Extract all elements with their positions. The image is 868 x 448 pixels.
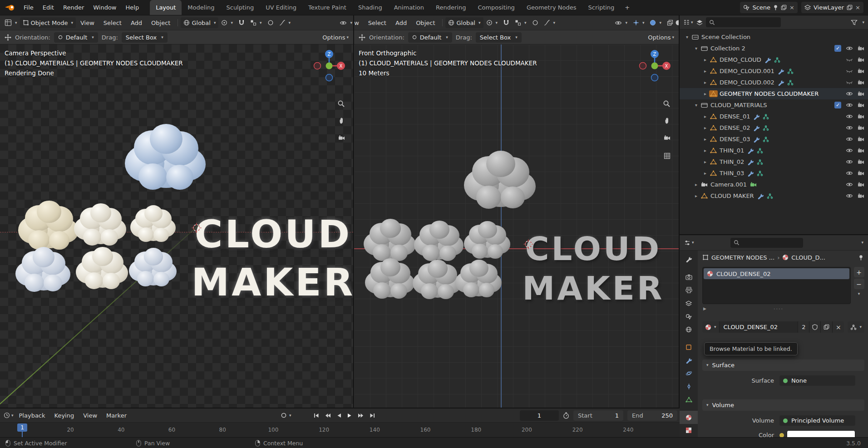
play-button[interactable]: [346, 412, 353, 419]
expand-icon[interactable]: ▸: [701, 80, 709, 85]
outliner-row[interactable]: ▸THIN_01: [680, 145, 868, 156]
camera-restrict-icon[interactable]: [858, 91, 864, 96]
play-reverse-button[interactable]: [335, 412, 343, 419]
camera-restrict-icon[interactable]: [858, 103, 864, 108]
tab-object-data[interactable]: [680, 393, 698, 406]
pin-icon[interactable]: [773, 5, 778, 10]
volume-panel-header[interactable]: ▾Volume: [702, 399, 864, 411]
surface-panel-header[interactable]: ▾Surface: [702, 359, 864, 371]
copy-icon[interactable]: [781, 5, 787, 10]
workspace-tab-compositing[interactable]: Compositing: [472, 0, 521, 15]
orientation-dropdown[interactable]: Default▾: [54, 32, 98, 43]
zoom-icon[interactable]: [337, 100, 345, 108]
pivot-point-dropdown[interactable]: ▾: [483, 17, 501, 28]
viewport-canvas-left[interactable]: CLOUD MAKER Camera Perspective (1) CLOUD…: [0, 44, 353, 408]
cloud-object[interactable]: [81, 252, 124, 286]
outliner-row[interactable]: ▾Scene Collection: [680, 31, 868, 43]
camera-restrict-icon[interactable]: [858, 114, 864, 119]
auto-keying-button[interactable]: [281, 412, 287, 418]
snap-settings-dropdown[interactable]: ▾: [247, 17, 265, 28]
remove-slot-button[interactable]: −: [854, 279, 864, 289]
collapse-icon[interactable]: ▾: [692, 103, 700, 108]
jump-to-end-button[interactable]: [368, 412, 376, 419]
copy-icon[interactable]: [847, 5, 853, 10]
camera-view-icon[interactable]: [338, 135, 345, 140]
eye-icon[interactable]: [846, 46, 853, 51]
surface-dropdown[interactable]: None: [779, 375, 855, 386]
resize-grip[interactable]: ····: [774, 306, 784, 312]
tab-tool[interactable]: [680, 253, 698, 266]
camera-restrict-icon[interactable]: [858, 69, 864, 74]
cloud-object[interactable]: [132, 132, 200, 185]
snap-toggle[interactable]: [236, 17, 247, 28]
expand-icon[interactable]: ▸: [701, 171, 709, 176]
proportional-falloff-dropdown[interactable]: ▾: [541, 17, 558, 28]
expand-icon[interactable]: ▸: [692, 182, 700, 187]
menu-add[interactable]: Add: [126, 15, 147, 30]
playhead[interactable]: 1: [17, 423, 27, 432]
camera-restrict-icon[interactable]: [858, 159, 864, 164]
close-icon[interactable]: ×: [789, 4, 794, 11]
outliner-row[interactable]: ▸DEMO_CLOUD: [680, 54, 868, 65]
collapse-icon[interactable]: ▾: [692, 46, 700, 51]
outliner-row[interactable]: ▸CLOUD MAKER: [680, 190, 868, 202]
drag-dropdown[interactable]: Select Box▾: [122, 32, 168, 43]
expand-icon[interactable]: ▸: [701, 148, 709, 153]
cloud-object[interactable]: [20, 252, 67, 288]
expand-icon[interactable]: ▸: [701, 57, 709, 62]
camera-restrict-icon[interactable]: [858, 182, 864, 187]
menu-marker[interactable]: Marker: [102, 409, 131, 422]
workspace-tab-scripting[interactable]: Scripting: [582, 0, 621, 15]
outliner-search[interactable]: [706, 17, 781, 27]
filter-dropdown[interactable]: ▾: [862, 20, 864, 25]
outliner-row[interactable]: ▾Collection 2✓: [680, 43, 868, 54]
eye-icon[interactable]: [846, 159, 853, 164]
workspace-tab-geometry-nodes[interactable]: Geometry Nodes: [521, 0, 582, 15]
outliner-row[interactable]: ▸DEMO_CLOUD.001: [680, 65, 868, 77]
unlink-material-button[interactable]: ×: [833, 321, 844, 333]
menu-render[interactable]: Render: [59, 0, 89, 15]
editor-type-button[interactable]: ▾: [4, 412, 14, 418]
menu-view[interactable]: View: [354, 15, 364, 30]
snap-settings-dropdown[interactable]: ▾: [512, 17, 529, 28]
expand-icon[interactable]: ▸: [701, 125, 709, 130]
camera-restrict-icon[interactable]: [858, 148, 864, 153]
menu-file[interactable]: File: [19, 0, 38, 15]
menu-select[interactable]: Select: [99, 15, 126, 30]
keying-dropdown[interactable]: ▾: [289, 414, 291, 418]
prev-keyframe-button[interactable]: [324, 412, 332, 419]
nav-gizmo[interactable]: ZX: [637, 48, 672, 84]
pan-hand-icon[interactable]: [663, 117, 671, 124]
cloud-object[interactable]: [369, 224, 412, 258]
camera-restrict-icon[interactable]: [858, 193, 864, 198]
cloud-object[interactable]: [79, 208, 123, 242]
workspace-tab-layout[interactable]: Layout: [150, 0, 182, 15]
camera-restrict-icon[interactable]: [858, 137, 864, 142]
outliner-row[interactable]: ▸DENSE_01: [680, 111, 868, 122]
eye-icon[interactable]: [846, 137, 853, 142]
display-mode-icon[interactable]: [696, 20, 703, 25]
camera-restrict-icon[interactable]: [858, 125, 864, 130]
camera-restrict-icon[interactable]: [858, 171, 864, 176]
visibility-dropdown[interactable]: ▾: [612, 17, 630, 28]
proportional-editing-toggle[interactable]: [529, 17, 541, 28]
options-dropdown[interactable]: ▾: [861, 241, 863, 245]
tab-scene[interactable]: [680, 310, 698, 323]
editor-type-button[interactable]: ▾: [684, 240, 694, 246]
cloud-object[interactable]: [468, 225, 507, 256]
outliner-row[interactable]: ▸DENSE_02: [680, 122, 868, 133]
workspace-tab-uv-editing[interactable]: UV Editing: [260, 0, 302, 15]
breadcrumb-material[interactable]: CLOUD_D...: [791, 254, 825, 261]
outliner-row[interactable]: ▾CLOUD_MATERIALS✓: [680, 99, 868, 111]
new-material-button[interactable]: [821, 321, 833, 333]
tab-view-layer[interactable]: [680, 297, 698, 310]
workspace-tab-rendering[interactable]: Rendering: [430, 0, 472, 15]
menu-edit[interactable]: Edit: [38, 0, 59, 15]
material-slot[interactable]: CLOUD_DENSE_02: [704, 268, 849, 279]
pivot-point-dropdown[interactable]: ▾: [218, 17, 236, 28]
camera-restrict-icon[interactable]: [858, 46, 864, 51]
drag-dropdown[interactable]: Select Box▾: [476, 32, 522, 43]
pin-icon[interactable]: [858, 255, 863, 261]
color-swatch[interactable]: [787, 430, 855, 437]
menu-add[interactable]: Add: [391, 15, 411, 30]
